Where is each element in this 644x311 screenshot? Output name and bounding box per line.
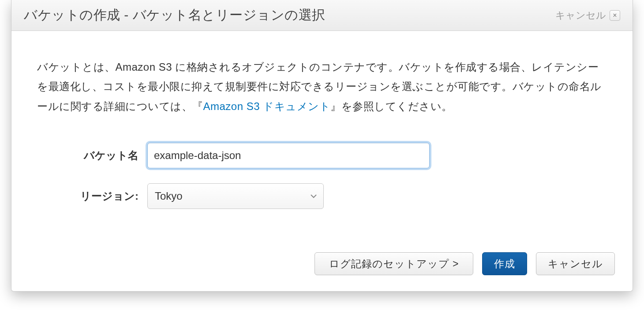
modal-title: バケットの作成 - バケット名とリージョンの選択 bbox=[24, 6, 326, 24]
bucket-name-input[interactable] bbox=[147, 143, 430, 168]
description-text: バケットとは、Amazon S3 に格納されるオブジェクトのコンテナです。バケッ… bbox=[37, 57, 607, 116]
region-select[interactable]: Tokyo bbox=[147, 183, 324, 209]
create-bucket-modal: バケットの作成 - バケット名とリージョンの選択 キャンセル × バケットとは、… bbox=[11, 0, 633, 292]
region-select-value: Tokyo bbox=[147, 183, 324, 209]
bucket-name-label: バケット名 bbox=[37, 148, 147, 163]
description-post: 』を参照してください。 bbox=[330, 100, 453, 112]
cancel-button[interactable]: キャンセル bbox=[536, 252, 615, 275]
s3-docs-link[interactable]: Amazon S3 ドキュメント bbox=[203, 100, 331, 112]
create-bucket-form: バケット名 リージョン: Tokyo bbox=[37, 143, 607, 209]
setup-logging-button[interactable]: ログ記録のセットアップ > bbox=[315, 252, 473, 275]
modal-header: バケットの作成 - バケット名とリージョンの選択 キャンセル × bbox=[11, 0, 633, 31]
region-label: リージョン: bbox=[37, 189, 147, 203]
modal-body: バケットとは、Amazon S3 に格納されるオブジェクトのコンテナです。バケッ… bbox=[11, 31, 633, 242]
header-cancel-link[interactable]: キャンセル bbox=[555, 9, 606, 22]
create-button[interactable]: 作成 bbox=[482, 252, 527, 275]
bucket-name-row: バケット名 bbox=[37, 143, 607, 168]
modal-close-group: キャンセル × bbox=[555, 9, 620, 22]
close-icon[interactable]: × bbox=[610, 10, 620, 21]
region-row: リージョン: Tokyo bbox=[37, 183, 607, 209]
modal-footer: ログ記録のセットアップ > 作成 キャンセル bbox=[11, 242, 633, 291]
